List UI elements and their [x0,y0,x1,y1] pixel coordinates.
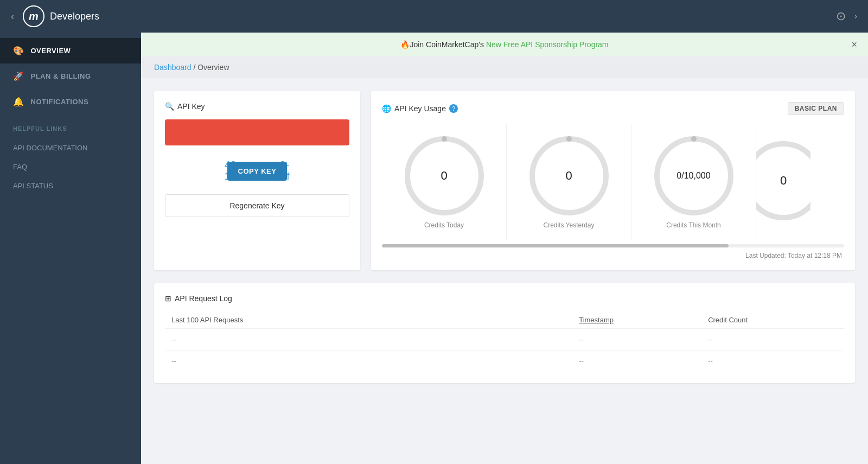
credits-month-label: Credits This Month [666,221,720,229]
row1-request: -- [165,329,572,351]
api-key-redacted-bar [165,119,349,145]
banner-close-button[interactable]: × [851,39,857,50]
notification-icon: 🔔 [13,97,24,107]
log-title-label: API Request Log [175,294,232,303]
credits-yesterday-chart: 0 [526,132,612,219]
row1-credits: -- [701,329,844,351]
last-updated-text: Last Updated: Today at 12:18 PM [382,252,844,259]
row2-timestamp: -- [572,351,701,372]
row1-timestamp: -- [572,329,701,351]
sidebar-label-notifications: NOTIFICATIONS [31,98,89,106]
col-header-request: Last 100 API Requests [165,312,572,329]
plan-icon: 🚀 [13,71,24,81]
api-key-title-label: API Key [177,102,205,111]
credits-extra-value: 0 [780,174,787,188]
user-icon[interactable]: ⊙ [836,9,846,23]
usage-title-label: API Key Usage [394,104,446,113]
table-header-row: Last 100 API Requests Timestamp Credit C… [165,312,844,329]
usage-scrollbar[interactable] [382,244,844,247]
credits-today-label: Credits Today [424,221,464,229]
page-content: 🔍 API Key 43xxxxxxxx8-1fc32be3741f COPY … [141,78,868,464]
credits-today-chart: 0 [401,132,488,219]
sidebar-item-overview[interactable]: 🎨 OVERVIEW [0,38,141,63]
top-header: ‹ m Developers ⊙ › [0,0,868,33]
header-title: Developers [50,11,99,22]
search-icon: 🔍 [165,102,174,111]
credits-yesterday-label: Credits Yesterday [543,221,594,229]
banner-text-prefix: 🔥Join CoinMarketCap's [400,40,486,49]
chevron-right-icon[interactable]: › [854,11,857,21]
sidebar-item-notifications[interactable]: 🔔 NOTIFICATIONS [0,89,141,115]
sidebar: 🎨 OVERVIEW 🚀 PLAN & BILLING 🔔 NOTIFICATI… [0,33,141,464]
table-icon: ⊞ [165,294,171,303]
breadcrumb-current: Overview [197,63,229,72]
main-layout: 🎨 OVERVIEW 🚀 PLAN & BILLING 🔔 NOTIFICATI… [0,33,868,464]
circle-credits-extra: 0 [756,124,810,240]
usage-card-title: 🌐 API Key Usage ? [382,104,458,113]
log-title: ⊞ API Request Log [165,294,844,303]
sidebar-link-api-docs[interactable]: API DOCUMENTATION [0,138,141,157]
credits-yesterday-value: 0 [565,169,572,183]
col-header-credits: Credit Count [701,312,844,329]
scrollbar-thumb [382,244,729,247]
breadcrumb-separator: / [192,63,198,72]
row2-request: -- [165,351,572,372]
promo-banner: 🔥Join CoinMarketCap's New Free API Spons… [141,33,868,56]
circle-credits-today: 0 Credits Today [382,124,507,240]
regenerate-key-button[interactable]: Regenerate Key [165,194,349,217]
request-log-table: Last 100 API Requests Timestamp Credit C… [165,312,844,372]
banner-link[interactable]: New Free API Sponsorship Program [486,40,609,49]
breadcrumb-dashboard[interactable]: Dashboard [154,63,192,72]
globe-icon: 🌐 [382,104,391,113]
info-icon[interactable]: ? [449,104,458,113]
helpful-links-section: HELPFUL LINKS [0,125,141,135]
sidebar-label-overview: OVERVIEW [31,47,71,55]
log-table-body: -- -- -- -- -- -- [165,329,844,372]
credits-month-value: 0/10,000 [676,171,710,181]
circle-credits-yesterday: 0 Credits Yesterday [507,124,631,240]
header-right: ⊙ › [836,9,857,23]
api-key-card-title: 🔍 API Key [165,102,349,111]
credits-month-chart: 0/10,000 [650,132,737,219]
api-key-display: 43xxxxxxxx8-1fc32be3741f COPY KEY [165,152,349,190]
sidebar-link-faq[interactable]: FAQ [0,157,141,176]
sidebar-label-plan: PLAN & BILLING [31,72,91,80]
sidebar-link-api-status[interactable]: API STATUS [0,176,141,195]
sidebar-item-plan-billing[interactable]: 🚀 PLAN & BILLING [0,63,141,89]
usage-circles-row: 0 Credits Today [382,124,844,240]
api-usage-card: 🌐 API Key Usage ? BASIC PLAN [371,91,855,270]
api-key-card: 🔍 API Key 43xxxxxxxx8-1fc32be3741f COPY … [154,91,360,270]
col-header-timestamp: Timestamp [572,312,701,329]
content-area: 🔥Join CoinMarketCap's New Free API Spons… [141,33,868,464]
plan-badge: BASIC PLAN [788,102,844,115]
logo-letter: m [29,10,39,23]
circle-credits-month: 0/10,000 Credits This Month [631,124,756,240]
api-request-log-card: ⊞ API Request Log Last 100 API Requests … [154,283,855,383]
table-row: -- -- -- [165,351,844,372]
logo: m [23,5,44,27]
credits-extra-chart: 0 [756,137,810,224]
header-left: ‹ m Developers [11,5,99,27]
overview-icon: 🎨 [13,46,24,56]
back-button[interactable]: ‹ [11,11,14,22]
credits-today-value: 0 [441,169,447,183]
usage-card-header: 🌐 API Key Usage ? BASIC PLAN [382,102,844,115]
table-row: -- -- -- [165,329,844,351]
breadcrumb: Dashboard / Overview [141,56,868,78]
cards-row: 🔍 API Key 43xxxxxxxx8-1fc32be3741f COPY … [154,91,855,270]
copy-key-button[interactable]: COPY KEY [227,162,288,181]
row2-credits: -- [701,351,844,372]
